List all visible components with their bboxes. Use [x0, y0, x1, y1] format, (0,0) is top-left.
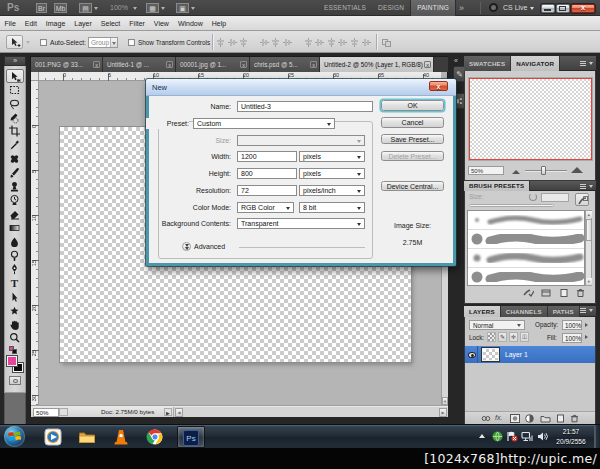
opacity-field[interactable]: 100%	[562, 320, 582, 330]
dialog-title-bar[interactable]: New x	[146, 79, 456, 96]
panel-menu-icon[interactable]	[583, 60, 593, 67]
menu-item[interactable]: Layer	[70, 16, 97, 31]
distribute-bottom-edges-icon[interactable]	[327, 38, 336, 47]
document-tab[interactable]: chris.psd @ 5...x	[250, 57, 320, 72]
navigator-zoom-field[interactable]: 50%	[468, 166, 504, 175]
distribute-vertical-centers-icon[interactable]	[315, 38, 324, 47]
quick-mask-button[interactable]	[9, 376, 21, 385]
lock-image-icon[interactable]: ✎	[498, 332, 507, 342]
launch-bridge-icon[interactable]: Br	[36, 3, 47, 13]
lock-position-icon[interactable]: ✛	[509, 332, 518, 342]
zoom-percent-field[interactable]: 50%	[33, 408, 59, 417]
auto-align-layers-icon[interactable]	[382, 38, 392, 47]
lock-transparency-icon[interactable]	[487, 332, 496, 342]
brush-size-field[interactable]	[541, 193, 569, 202]
scrollbar-thumb[interactable]	[586, 219, 592, 241]
bit-depth-dropdown[interactable]: 8 bit	[299, 202, 365, 213]
preset-dropdown[interactable]: Custom	[193, 118, 335, 129]
workspace-overflow-button[interactable]: »	[459, 3, 464, 13]
distribute-left-edges-icon[interactable]	[338, 38, 347, 47]
panel-tab[interactable]: SWATCHES	[464, 56, 511, 71]
auto-select-checkbox[interactable]	[40, 39, 47, 46]
arrange-documents-icon[interactable]: ▦	[146, 3, 159, 13]
save-preset-button[interactable]: Save Preset...	[381, 134, 444, 145]
launch-mini-bridge-icon[interactable]: Mb	[54, 3, 67, 13]
brush-tool[interactable]	[4, 166, 26, 180]
eyedropper-tool[interactable]	[4, 138, 26, 152]
distribute-horizontal-centers-icon[interactable]	[350, 38, 359, 47]
tools-collapse-button[interactable]: »	[4, 56, 26, 66]
eraser-tool[interactable]	[4, 207, 26, 221]
align-right-edges-icon[interactable]	[283, 38, 292, 47]
menu-item[interactable]: View	[149, 16, 173, 31]
align-vertical-centers-icon[interactable]	[228, 38, 237, 47]
document-tab[interactable]: Untitled-1 @ ...x	[103, 57, 176, 72]
menu-item[interactable]: Image	[41, 16, 69, 31]
taskbar-chrome-icon[interactable]	[144, 427, 166, 447]
taskbar-explorer-icon[interactable]	[76, 427, 98, 447]
opacity-arrow-icon[interactable]	[585, 323, 588, 327]
align-left-edges-icon[interactable]	[260, 38, 269, 47]
visibility-cell[interactable]	[465, 346, 478, 363]
quick-selection-tool[interactable]	[4, 111, 26, 125]
distribute-top-edges-icon[interactable]	[304, 38, 313, 47]
ok-button[interactable]: OK	[381, 100, 444, 111]
zoom-tool[interactable]	[4, 331, 26, 345]
document-tab[interactable]: 001.PNG @ 33...x	[31, 57, 103, 72]
panel-tab[interactable]: NAVIGATOR	[511, 56, 560, 71]
navigator-zoom-thumb[interactable]	[541, 166, 546, 175]
tray-volume-icon[interactable]	[537, 431, 548, 442]
pen-tool[interactable]	[4, 262, 26, 276]
height-input[interactable]: 800	[237, 168, 297, 179]
foreground-color-swatch[interactable]	[6, 355, 18, 367]
brush-preset-item[interactable]	[468, 249, 585, 268]
layer-thumbnail[interactable]	[482, 348, 499, 361]
spot-healing-brush-tool[interactable]	[4, 152, 26, 166]
tray-action-center-icon[interactable]	[506, 431, 517, 442]
align-horizontal-centers-icon[interactable]	[271, 38, 280, 47]
navigator-preview[interactable]	[469, 78, 592, 160]
blur-tool[interactable]	[4, 235, 26, 249]
distribute-right-edges-icon[interactable]	[362, 38, 371, 47]
tray-network-icon[interactable]	[521, 431, 532, 442]
scroll-down-icon[interactable]: ▼	[586, 278, 592, 285]
tab-close-icon[interactable]: x	[93, 61, 100, 68]
path-selection-tool[interactable]	[4, 290, 26, 304]
scroll-right-icon[interactable]: ▶	[439, 408, 447, 417]
brush-preset-item[interactable]	[468, 268, 585, 286]
brush-preset-item[interactable]	[468, 230, 585, 249]
panel-menu-icon[interactable]	[583, 183, 593, 190]
gradient-tool[interactable]	[4, 221, 26, 235]
horizontal-scrollbar[interactable]: ◀ ▶	[173, 407, 448, 417]
panel-menu-icon[interactable]	[583, 307, 593, 314]
brush-presets-tab[interactable]: BRUSH PRESETS	[464, 181, 530, 191]
screen-mode-icon[interactable]: ▣	[176, 3, 189, 13]
layer-style-icon[interactable]: fx.	[495, 414, 502, 421]
menu-item[interactable]: File	[0, 16, 20, 31]
layer-row-selected[interactable]: Layer 1	[465, 346, 595, 363]
navigator-zoom-slider[interactable]	[525, 170, 567, 171]
custom-shape-tool[interactable]	[4, 304, 26, 318]
fill-field[interactable]: 100%	[562, 333, 582, 343]
view-extras-icon[interactable]: ▤	[79, 3, 92, 13]
brush-list-scrollbar[interactable]: ▲ ▼	[585, 210, 592, 286]
resolution-input[interactable]: 72	[237, 185, 297, 196]
resolution-unit-dropdown[interactable]: pixels/inch	[299, 185, 365, 196]
cs-live-button[interactable]: CS Live	[503, 4, 528, 11]
tray-expand-icon[interactable]	[479, 434, 485, 438]
hand-tool[interactable]	[4, 318, 26, 332]
move-tool[interactable]	[6, 69, 24, 83]
document-tab[interactable]: Untitled-2 @ 50% (Layer 1, RGB/8)x	[320, 57, 434, 72]
align-bottom-edges-icon[interactable]	[239, 38, 248, 47]
tool-preset-picker[interactable]	[6, 35, 23, 49]
device-central-button[interactable]: Device Central...	[381, 181, 444, 192]
taskbar-clock[interactable]: 21:57 20/9/2556	[551, 427, 591, 447]
document-tab[interactable]: 00001.jpg @ 1...x	[176, 57, 250, 72]
history-brush-tool[interactable]	[4, 193, 26, 207]
scroll-up-icon[interactable]: ▲	[586, 211, 592, 218]
scroll-left-icon[interactable]: ◀	[175, 408, 183, 417]
rectangular-marquee-tool[interactable]	[4, 83, 26, 97]
taskbar-photoshop-button[interactable]: Ps	[177, 426, 205, 448]
collapse-panels-button[interactable]: «	[454, 57, 458, 64]
name-input[interactable]: Untitled-3	[237, 101, 373, 112]
